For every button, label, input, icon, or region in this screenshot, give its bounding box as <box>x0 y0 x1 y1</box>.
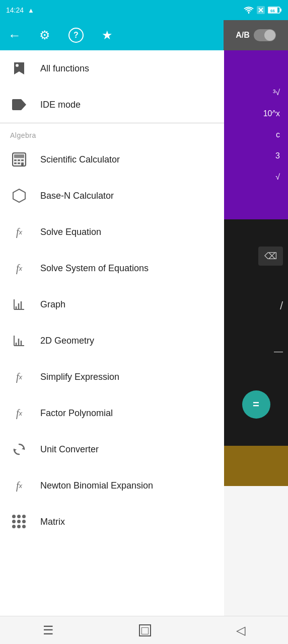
graph-label: Graph <box>40 299 65 310</box>
fx-icon-5: fx <box>10 476 28 495</box>
settings-button[interactable]: ⚙ <box>39 28 50 42</box>
svg-point-7 <box>16 64 19 67</box>
fx-icon-3: fx <box>10 368 28 386</box>
algebra-section-header: Algebra <box>0 125 224 141</box>
svg-rect-11 <box>18 159 20 161</box>
sqrt-label: √ <box>275 173 280 182</box>
cube-root-label: ³√ <box>273 88 280 97</box>
pow-label: 10^x <box>263 109 280 118</box>
menu-item-simplify-expression[interactable]: fx Simplify Expression <box>0 359 224 395</box>
geometry-icon <box>10 332 28 350</box>
battery-icon: 66 <box>268 7 282 14</box>
x-icon <box>257 6 265 14</box>
top-bar: ← ⚙ ? ★ A/B <box>0 20 288 50</box>
base-n-label: Base-N Calculator <box>40 191 114 201</box>
star-button[interactable]: ★ <box>102 28 113 42</box>
refresh-icon <box>10 440 28 458</box>
toggle-switch[interactable] <box>254 29 276 41</box>
svg-rect-9 <box>14 154 24 158</box>
svg-rect-13 <box>14 163 17 164</box>
warning-icon: ▲ <box>28 7 34 14</box>
backspace-icon: ⌫ <box>264 251 277 261</box>
menu-item-scientific-calculator[interactable]: Scientific Calculator <box>0 141 224 178</box>
svg-rect-10 <box>14 159 17 161</box>
matrix-label: Matrix <box>40 517 65 527</box>
newton-binomial-label: Newton Binomial Expansion <box>40 480 153 491</box>
help-icon-label: ? <box>74 31 79 40</box>
2d-geometry-label: 2D Geometry <box>40 336 94 346</box>
menu-item-unit-converter[interactable]: Unit Converter <box>0 431 224 467</box>
equals-icon: = <box>253 398 259 411</box>
svg-rect-5 <box>280 9 281 12</box>
menu-item-solve-system[interactable]: fx Solve System of Equations <box>0 250 224 286</box>
svg-rect-15 <box>21 163 24 166</box>
backspace-button[interactable]: ⌫ <box>258 247 283 266</box>
section-divider <box>0 123 224 123</box>
scientific-calculator-label: Scientific Calculator <box>40 154 120 165</box>
solve-system-label: Solve System of Equations <box>40 263 149 274</box>
graph-icon <box>10 295 28 313</box>
toggle-knob <box>264 30 275 41</box>
equals-button[interactable]: = <box>242 390 270 419</box>
all-functions-label: All functions <box>40 63 89 74</box>
minus-icon[interactable]: — <box>274 346 283 357</box>
home-nav-icon[interactable]: □ <box>139 624 151 636</box>
menu-item-solve-equation[interactable]: fx Solve Equation <box>0 214 224 250</box>
svg-rect-14 <box>18 163 20 164</box>
nav-bar: ☰ □ ◁ <box>0 616 288 644</box>
svg-text:66: 66 <box>270 9 275 13</box>
simplify-expression-label: Simplify Expression <box>40 372 119 382</box>
svg-marker-27 <box>22 447 24 449</box>
status-bar-left: 14:24 ▲ <box>6 6 34 14</box>
status-bar: 14:24 ▲ 66 <box>0 0 288 20</box>
wifi-icon <box>244 7 254 14</box>
tag-icon <box>10 96 28 114</box>
help-button[interactable]: ? <box>68 28 84 43</box>
time: 14:24 <box>6 6 24 14</box>
fx-icon-4: fx <box>10 404 28 422</box>
menu-item-all-functions[interactable]: All functions <box>0 50 224 87</box>
menu-item-matrix[interactable]: Matrix <box>0 504 224 540</box>
status-bar-right: 66 <box>244 6 282 14</box>
menu-drawer: All functions IDE mode Algebra <box>0 50 224 644</box>
svg-rect-12 <box>21 159 24 161</box>
menu-item-2d-geometry[interactable]: 2D Geometry <box>0 323 224 359</box>
fx-icon-1: fx <box>10 223 28 241</box>
back-nav-icon[interactable]: ◁ <box>236 623 245 637</box>
calculator-icon <box>10 150 28 169</box>
matrix-dots <box>12 515 26 529</box>
divide-icon[interactable]: / <box>280 299 283 312</box>
three-label: 3 <box>275 151 280 160</box>
menu-nav-icon[interactable]: ☰ <box>43 623 54 637</box>
factor-polynomial-label: Factor Polynomial <box>40 408 113 419</box>
c-label: c <box>276 130 280 139</box>
fx-icon-2: fx <box>10 259 28 277</box>
menu-item-newton-binomial[interactable]: fx Newton Binomial Expansion <box>0 467 224 504</box>
menu-item-ide-mode[interactable]: IDE mode <box>0 87 224 123</box>
menu-item-graph[interactable]: Graph <box>0 286 224 323</box>
ab-label: A/B <box>236 31 250 40</box>
back-button[interactable]: ← <box>8 28 21 43</box>
unit-converter-label: Unit Converter <box>40 444 99 455</box>
ab-toggle-container[interactable]: A/B <box>224 20 288 50</box>
calc-purple-panel: ³√ 10^x c 3 √ <box>224 50 288 219</box>
ide-mode-label: IDE mode <box>40 100 81 110</box>
dots-icon <box>10 513 28 531</box>
bookmark-icon <box>10 59 28 77</box>
menu-item-base-n-calculator[interactable]: Base-N Calculator <box>0 178 224 214</box>
menu-item-factor-polynomial[interactable]: fx Factor Polynomial <box>0 395 224 431</box>
svg-marker-28 <box>14 449 17 452</box>
solve-equation-label: Solve Equation <box>40 227 101 237</box>
calc-gold-panel <box>224 446 288 486</box>
hexagon-icon <box>10 187 28 205</box>
svg-marker-16 <box>13 189 25 202</box>
calc-dark-panel: ⌫ / — = <box>224 219 288 446</box>
